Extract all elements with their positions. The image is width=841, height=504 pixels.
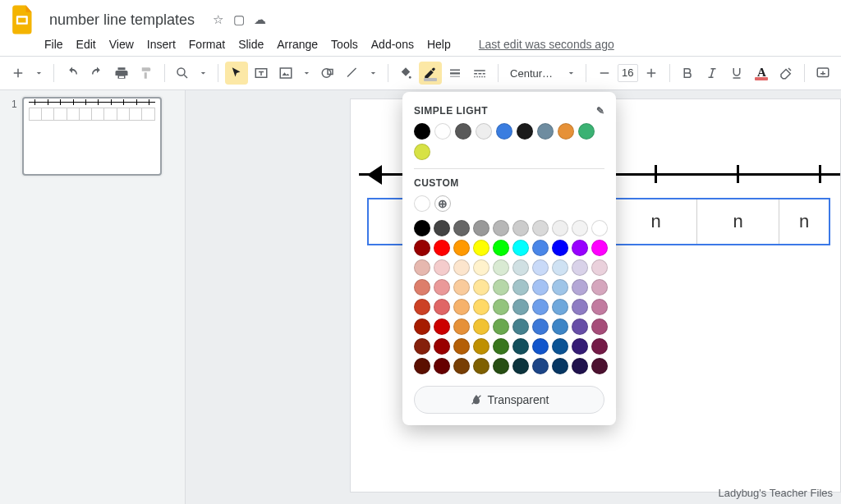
color-swatch[interactable] — [453, 240, 470, 256]
theme-color-swatch[interactable] — [455, 123, 471, 140]
menu-arrange[interactable]: Arrange — [277, 38, 318, 51]
menu-tools[interactable]: Tools — [331, 38, 358, 51]
color-swatch[interactable] — [473, 240, 489, 256]
theme-color-swatch[interactable] — [434, 123, 451, 140]
theme-color-swatch[interactable] — [414, 123, 430, 140]
color-swatch[interactable] — [552, 220, 568, 236]
color-swatch[interactable] — [414, 240, 430, 256]
color-swatch[interactable] — [473, 299, 489, 315]
color-swatch[interactable] — [414, 279, 430, 296]
color-swatch[interactable] — [591, 299, 608, 315]
color-swatch[interactable] — [512, 259, 529, 276]
color-swatch[interactable] — [552, 279, 568, 296]
color-swatch[interactable] — [572, 220, 588, 236]
color-swatch[interactable] — [434, 358, 450, 374]
new-slide-dropdown[interactable] — [31, 62, 47, 85]
color-swatch[interactable] — [552, 240, 568, 256]
color-swatch[interactable] — [473, 259, 489, 276]
menu-format[interactable]: Format — [189, 38, 225, 51]
color-swatch[interactable] — [414, 299, 430, 315]
redo-button[interactable] — [85, 62, 108, 85]
color-swatch[interactable] — [532, 279, 549, 296]
color-swatch[interactable] — [493, 220, 509, 236]
table-cell[interactable]: n — [615, 199, 697, 244]
color-swatch[interactable] — [552, 338, 568, 355]
color-swatch[interactable] — [512, 220, 529, 236]
textbox-tool[interactable] — [250, 62, 273, 85]
menu-addons[interactable]: Add-ons — [371, 38, 414, 51]
color-swatch[interactable] — [493, 279, 509, 296]
color-swatch[interactable] — [532, 299, 549, 315]
color-swatch[interactable] — [493, 318, 509, 335]
color-swatch[interactable] — [591, 220, 608, 236]
menu-insert[interactable]: Insert — [147, 38, 176, 51]
color-swatch[interactable] — [453, 358, 470, 374]
color-swatch[interactable] — [572, 279, 588, 296]
color-swatch[interactable] — [493, 358, 509, 374]
color-swatch[interactable] — [572, 338, 588, 355]
color-swatch[interactable] — [493, 338, 509, 355]
new-slide-button[interactable] — [7, 62, 30, 85]
color-swatch[interactable] — [572, 318, 588, 335]
menu-view[interactable]: View — [109, 38, 134, 51]
color-swatch[interactable] — [453, 259, 470, 276]
color-swatch[interactable] — [453, 338, 470, 355]
menu-slide[interactable]: Slide — [238, 38, 264, 51]
color-swatch[interactable] — [414, 318, 430, 335]
comment-button[interactable] — [811, 62, 834, 85]
zoom-dropdown[interactable] — [195, 62, 211, 85]
slide-thumbnail-1[interactable] — [22, 97, 162, 176]
color-swatch[interactable] — [552, 358, 568, 374]
color-swatch[interactable] — [572, 299, 588, 315]
color-swatch[interactable] — [434, 220, 450, 236]
menu-help[interactable]: Help — [427, 38, 451, 51]
color-swatch[interactable] — [552, 259, 568, 276]
image-tool[interactable] — [274, 62, 297, 85]
color-swatch[interactable] — [591, 259, 608, 276]
color-swatch[interactable] — [473, 220, 489, 236]
star-icon[interactable]: ☆ — [213, 12, 223, 26]
theme-color-swatch[interactable] — [558, 123, 574, 140]
menu-edit[interactable]: Edit — [76, 38, 96, 51]
highlight-color-button[interactable] — [774, 62, 797, 85]
color-swatch[interactable] — [532, 240, 549, 256]
color-swatch[interactable] — [591, 338, 608, 355]
font-dropdown[interactable] — [563, 62, 579, 85]
move-icon[interactable]: ▢ — [233, 12, 245, 26]
color-swatch[interactable] — [473, 318, 489, 335]
image-dropdown[interactable] — [299, 62, 315, 85]
font-selector[interactable]: Century Go… — [505, 67, 562, 80]
theme-color-swatch[interactable] — [476, 123, 492, 140]
color-swatch[interactable] — [572, 259, 588, 276]
bold-button[interactable] — [676, 62, 699, 85]
color-swatch[interactable] — [532, 220, 549, 236]
cloud-icon[interactable]: ☁ — [254, 12, 266, 26]
color-swatch[interactable] — [591, 240, 608, 256]
color-swatch[interactable] — [434, 318, 450, 335]
font-size-input[interactable]: 16 — [618, 64, 638, 82]
transparent-button[interactable]: Transparent — [414, 386, 604, 414]
zoom-button[interactable] — [171, 62, 194, 85]
italic-button[interactable] — [701, 62, 724, 85]
color-swatch[interactable] — [473, 279, 489, 296]
menu-file[interactable]: File — [44, 38, 63, 51]
fill-color-button[interactable] — [394, 62, 417, 85]
color-swatch[interactable] — [512, 358, 529, 374]
theme-color-swatch[interactable] — [578, 123, 595, 140]
paint-format-button[interactable] — [135, 62, 158, 85]
edit-theme-icon[interactable]: ✎ — [596, 105, 605, 117]
underline-button[interactable] — [725, 62, 748, 85]
table-cell[interactable]: n — [779, 199, 829, 244]
color-swatch[interactable] — [512, 338, 529, 355]
color-swatch[interactable] — [473, 358, 489, 374]
color-swatch[interactable] — [512, 240, 529, 256]
color-swatch[interactable] — [512, 318, 529, 335]
table-cell[interactable]: n — [697, 199, 779, 244]
font-size-increase[interactable] — [640, 62, 663, 85]
theme-color-swatch[interactable] — [414, 144, 430, 160]
color-swatch[interactable] — [414, 358, 430, 374]
theme-color-swatch[interactable] — [496, 123, 512, 140]
color-swatch[interactable] — [453, 299, 470, 315]
color-swatch[interactable] — [532, 338, 549, 355]
text-color-button[interactable]: A — [750, 62, 773, 85]
